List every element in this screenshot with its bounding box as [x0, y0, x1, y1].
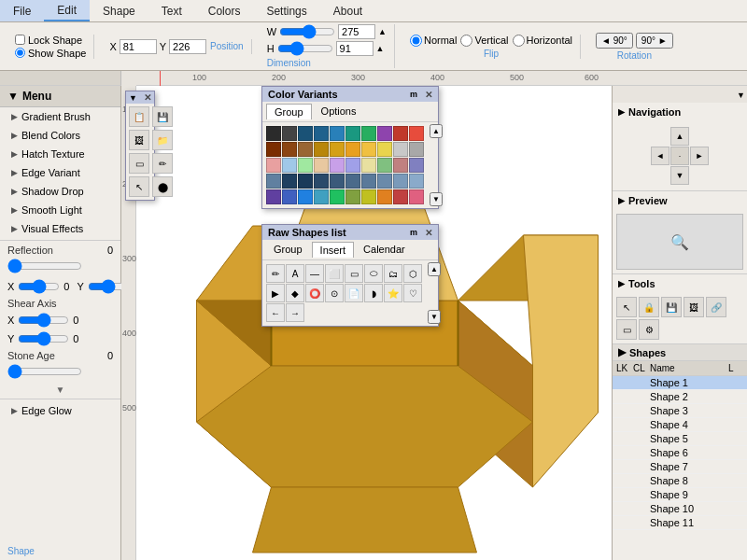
- color-variants-tab-options[interactable]: Options: [314, 104, 364, 119]
- color-swatch[interactable]: [266, 142, 281, 157]
- reflection-slider[interactable]: [7, 259, 82, 273]
- color-swatch[interactable]: [377, 189, 392, 204]
- color-variants-tab-group[interactable]: Group: [266, 104, 312, 119]
- color-swatch[interactable]: [377, 174, 392, 189]
- stone-age-slider[interactable]: [7, 364, 82, 379]
- panel-item-smooth-light[interactable]: ▶ Smooth Light: [0, 201, 120, 219]
- color-scroll-up[interactable]: ▲: [430, 124, 443, 138]
- nav-right-button[interactable]: ►: [690, 147, 709, 165]
- x-prop-slider[interactable]: [18, 279, 60, 294]
- shape-icon-button[interactable]: ▭: [345, 264, 363, 283]
- tool-rect-btn[interactable]: ▭: [129, 153, 149, 174]
- preview-header[interactable]: ▶ Preview: [613, 191, 747, 210]
- menu-shape[interactable]: Shape: [90, 0, 148, 21]
- shape-list-row[interactable]: Shape 9: [613, 488, 747, 502]
- nav-up-button[interactable]: ▲: [670, 127, 689, 146]
- shape-list-row[interactable]: Shape 2: [613, 390, 747, 404]
- color-swatch[interactable]: [345, 189, 360, 204]
- menu-text[interactable]: Text: [148, 0, 195, 21]
- color-swatch[interactable]: [314, 189, 329, 204]
- raw-minimize-icon[interactable]: m: [410, 228, 417, 237]
- color-swatch[interactable]: [345, 142, 360, 157]
- tool-copy-btn[interactable]: 📋: [129, 106, 149, 127]
- panel-item-gradient-brush[interactable]: ▶ Gradient Brush: [0, 107, 120, 126]
- color-swatch[interactable]: [298, 126, 313, 141]
- shear-y-slider[interactable]: [18, 331, 69, 346]
- w-slider[interactable]: [279, 24, 335, 39]
- color-swatch[interactable]: [282, 174, 297, 189]
- tool-lock-btn[interactable]: 🔒: [639, 297, 659, 317]
- color-swatch[interactable]: [298, 189, 313, 204]
- raw-shapes-close-button[interactable]: ✕: [425, 228, 432, 238]
- color-swatch[interactable]: [330, 142, 345, 157]
- raw-scroll-up[interactable]: ▲: [428, 262, 441, 276]
- shape-icon-button[interactable]: ⊙: [325, 284, 344, 302]
- raw-tab-group[interactable]: Group: [266, 242, 310, 258]
- tool-save-btn[interactable]: 💾: [152, 106, 173, 127]
- canvas-area[interactable]: 100 200 300 400 500: [121, 86, 612, 560]
- tool-folder-btn[interactable]: 📁: [152, 130, 173, 150]
- color-swatch[interactable]: [298, 158, 313, 173]
- color-swatch[interactable]: [409, 142, 424, 157]
- panel-item-blend-colors[interactable]: ▶ Blend Colors: [0, 126, 120, 145]
- color-swatch[interactable]: [409, 158, 424, 173]
- nav-center-button[interactable]: ·: [670, 147, 689, 165]
- w-input[interactable]: [338, 24, 375, 39]
- shapes-list-header[interactable]: ▶ Shapes: [613, 344, 747, 361]
- tool-fill-btn[interactable]: ⬤: [152, 176, 173, 197]
- shape-icon-button[interactable]: ♡: [403, 284, 422, 302]
- color-variants-close-button[interactable]: ✕: [425, 90, 432, 100]
- color-swatch[interactable]: [314, 126, 329, 141]
- x-input[interactable]: [120, 39, 157, 54]
- color-swatch[interactable]: [345, 174, 360, 189]
- tool-link-btn[interactable]: 🔗: [706, 297, 726, 317]
- h-slider[interactable]: [277, 41, 333, 56]
- color-swatch[interactable]: [393, 174, 408, 189]
- shape-list-row[interactable]: Shape 7: [613, 460, 747, 474]
- color-swatch[interactable]: [409, 189, 424, 204]
- tool-img2-btn[interactable]: 🖼: [684, 297, 704, 317]
- color-swatch[interactable]: [282, 142, 297, 157]
- shape-icon-button[interactable]: 🗂: [384, 264, 402, 283]
- color-scroll-down[interactable]: ▼: [430, 192, 443, 206]
- shape-list-row[interactable]: Shape 3: [613, 404, 747, 418]
- nav-down-button[interactable]: ▼: [670, 166, 689, 185]
- shape-icon-button[interactable]: ⭐: [384, 284, 402, 302]
- panel-item-edge-glow[interactable]: ▶ Edge Glow: [0, 401, 120, 420]
- color-swatch[interactable]: [266, 126, 281, 141]
- color-swatch[interactable]: [330, 158, 345, 173]
- raw-tab-insert[interactable]: Insert: [312, 242, 355, 258]
- color-swatch[interactable]: [314, 158, 329, 173]
- menu-colors[interactable]: Colors: [195, 0, 254, 21]
- shape-icon-button[interactable]: ⭕: [305, 284, 324, 302]
- show-shape-checkbox[interactable]: Show Shape: [15, 48, 86, 59]
- shape-icon-button[interactable]: ⬡: [403, 264, 422, 283]
- color-swatch[interactable]: [361, 189, 376, 204]
- shape-list-row[interactable]: Shape 1: [613, 376, 747, 390]
- color-swatch[interactable]: [361, 126, 376, 141]
- shape-icon-button[interactable]: 📄: [345, 284, 363, 302]
- shape-icon-button[interactable]: ←: [266, 303, 285, 322]
- color-swatch[interactable]: [393, 142, 408, 157]
- color-swatch[interactable]: [377, 126, 392, 141]
- shape-icon-button[interactable]: ✏: [266, 264, 285, 283]
- raw-tab-calendar[interactable]: Calendar: [356, 242, 413, 258]
- shape-list-row[interactable]: Shape 5: [613, 432, 747, 446]
- shape-icon-button[interactable]: ▶: [266, 284, 285, 302]
- tool-cursor-btn[interactable]: ↖: [616, 297, 637, 317]
- color-swatch[interactable]: [330, 126, 345, 141]
- shape-list-row[interactable]: Shape 11: [613, 516, 747, 530]
- color-swatch[interactable]: [298, 142, 313, 157]
- shape-list-row[interactable]: Shape 8: [613, 474, 747, 488]
- tool-pencil-btn[interactable]: ✏: [152, 153, 173, 174]
- navigation-header[interactable]: ▶ Navigation: [613, 103, 747, 121]
- rotate-left-button[interactable]: ◄ 90°: [596, 33, 633, 49]
- rotate-right-button[interactable]: 90° ►: [636, 33, 673, 49]
- color-swatch[interactable]: [266, 189, 281, 204]
- menu-edit[interactable]: Edit: [44, 0, 90, 21]
- y-input[interactable]: [169, 39, 206, 54]
- lock-shape-checkbox[interactable]: Lock Shape: [15, 35, 86, 46]
- shape-icon-button[interactable]: ◆: [286, 284, 304, 302]
- minimize-icon[interactable]: m: [410, 90, 417, 99]
- color-swatch[interactable]: [361, 142, 376, 157]
